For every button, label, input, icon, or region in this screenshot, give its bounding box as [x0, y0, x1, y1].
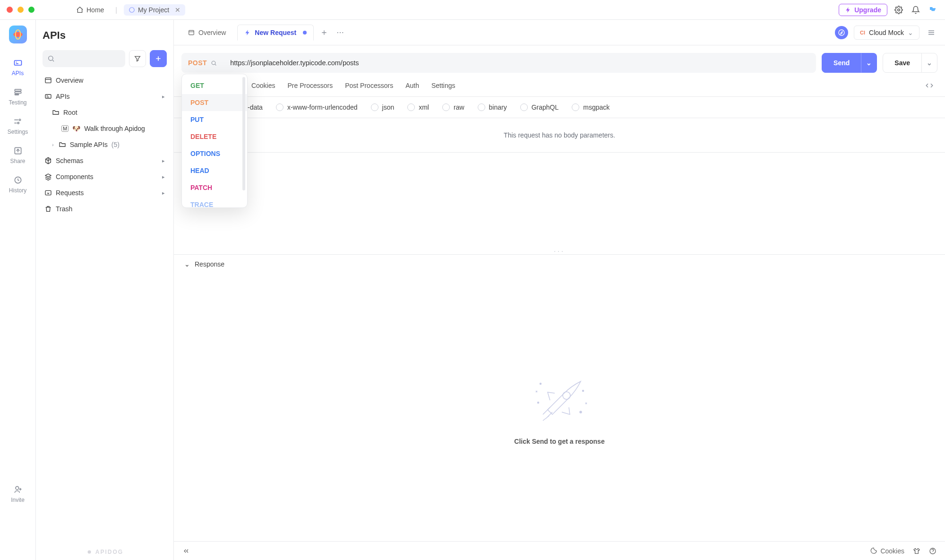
send-button[interactable]: Send	[822, 53, 861, 73]
help-button[interactable]	[929, 547, 936, 555]
method-option-post[interactable]: POST	[182, 94, 247, 111]
filter-button[interactable]	[129, 50, 146, 67]
rail-item-settings[interactable]: Settings	[8, 116, 28, 135]
svg-point-2	[13, 32, 23, 37]
upgrade-button[interactable]: Upgrade	[839, 4, 887, 16]
svg-rect-15	[45, 95, 51, 98]
tab-auth[interactable]: Auth	[405, 82, 419, 96]
overview-icon	[44, 77, 52, 84]
svg-rect-7	[15, 94, 18, 95]
cookies-label: Cookies	[880, 547, 904, 555]
method-select[interactable]: POST	[181, 53, 223, 73]
body-type-binary[interactable]: binary	[478, 103, 507, 111]
rail-item-testing[interactable]: Testing	[9, 87, 26, 106]
method-option-head[interactable]: HEAD	[182, 162, 247, 179]
view-options-button[interactable]	[925, 26, 937, 39]
svg-point-28	[538, 402, 539, 404]
send-label: Send	[833, 59, 850, 67]
shirt-button[interactable]	[913, 547, 920, 555]
tab-new-request[interactable]: New Request	[237, 25, 314, 41]
environment-select[interactable]: Cl Cloud Mock ⌄	[854, 26, 919, 40]
bookmark-icon	[928, 6, 937, 14]
rail-label: Invite	[11, 497, 25, 503]
tree-emoji: 🐶	[72, 125, 80, 132]
minimize-window-button[interactable]	[17, 7, 24, 13]
tree-requests[interactable]: Requests ▸	[43, 186, 167, 199]
tab-post-processors[interactable]: Post Processors	[345, 82, 393, 96]
tab-overview[interactable]: Overview	[181, 25, 232, 40]
tree-schemas[interactable]: Schemas ▸	[43, 154, 167, 167]
close-project-button[interactable]: ✕	[175, 6, 180, 14]
tree-components[interactable]: Components ▸	[43, 170, 167, 183]
rail-label: Share	[10, 158, 25, 164]
rail-label: Testing	[9, 99, 26, 106]
svg-point-12	[16, 486, 19, 490]
tree-label: APIs	[56, 93, 70, 100]
body-type-json[interactable]: json	[371, 103, 395, 111]
rail-item-history[interactable]: History	[9, 175, 26, 194]
add-button[interactable]	[150, 50, 167, 67]
body-type-raw[interactable]: raw	[442, 103, 464, 111]
rail-item-apis[interactable]: APIs	[12, 58, 24, 77]
rail-item-share[interactable]: Share	[10, 146, 25, 164]
method-option-delete[interactable]: DELETE	[182, 128, 247, 145]
sidebar-search[interactable]	[43, 50, 125, 67]
body-type-graphql[interactable]: GraphQL	[520, 103, 559, 111]
folder-icon	[52, 109, 60, 116]
dropdown-scrollbar[interactable]	[242, 77, 245, 190]
bookmark-button[interactable]	[927, 4, 938, 16]
tree-overview[interactable]: Overview	[43, 74, 167, 87]
tree-root[interactable]: Root	[43, 106, 167, 119]
rail-item-invite[interactable]: Invite	[11, 484, 25, 503]
notifications-button[interactable]	[910, 4, 921, 16]
unsaved-indicator	[303, 31, 307, 34]
method-option-options[interactable]: OPTIONS	[182, 145, 247, 162]
tree-walk[interactable]: M 🐶 Walk through Apidog	[43, 122, 167, 135]
layers-icon	[44, 173, 52, 181]
send-options-button[interactable]: ⌄	[861, 53, 877, 73]
tree-label: Overview	[56, 77, 83, 84]
tree-apis[interactable]: APIs ▸	[43, 90, 167, 103]
settings-gear-button[interactable]	[893, 4, 904, 16]
body-type-msgpack[interactable]: msgpack	[572, 103, 610, 111]
project-chip[interactable]: My Project ✕	[124, 4, 185, 16]
window-controls	[7, 7, 34, 13]
save-options-button[interactable]: ⌄	[921, 53, 937, 73]
close-window-button[interactable]	[7, 7, 13, 13]
cookies-button[interactable]: Cookies	[870, 547, 904, 555]
home-label: Home	[86, 6, 104, 14]
new-tab-button[interactable]	[318, 27, 330, 38]
tab-pre-processors[interactable]: Pre Processors	[288, 82, 333, 96]
code-view-button[interactable]	[925, 81, 934, 96]
quick-run-button[interactable]	[835, 26, 848, 39]
body-type-xform[interactable]: x-www-form-urlencoded	[276, 103, 358, 111]
response-header[interactable]: ⌄ Response	[174, 255, 945, 274]
tree-sample[interactable]: › Sample APIs (5)	[43, 138, 167, 151]
url-input[interactable]	[223, 53, 816, 73]
method-option-patch[interactable]: PATCH	[182, 179, 247, 196]
tab-label: New Request	[255, 29, 296, 36]
tab-settings[interactable]: Settings	[431, 82, 455, 96]
tab-cookies[interactable]: Cookies	[251, 82, 275, 96]
caret-icon: ▸	[162, 94, 165, 100]
request-tabs: Body Headers Cookies Pre Processors Post…	[174, 73, 945, 97]
app-logo[interactable]	[9, 26, 27, 43]
tree-trash[interactable]: Trash	[43, 202, 167, 215]
save-button[interactable]: Save	[883, 53, 922, 73]
caret-icon: ▸	[162, 158, 165, 164]
env-tag: Cl	[860, 30, 865, 35]
pane-divider[interactable]: ···	[174, 247, 945, 255]
body-type-xml[interactable]: xml	[407, 103, 429, 111]
home-button[interactable]: Home	[71, 4, 109, 16]
more-tabs-button[interactable]	[335, 27, 346, 38]
titlebar: Home | My Project ✕ Upgrade	[0, 0, 945, 20]
cube-icon	[44, 157, 52, 164]
request-bar: POST GET POST PUT DELETE OPTIONS HEAD PA…	[174, 45, 945, 73]
collapse-button[interactable]	[182, 547, 190, 555]
maximize-window-button[interactable]	[28, 7, 34, 13]
svg-point-19	[337, 32, 338, 33]
method-option-trace[interactable]: TRACE	[182, 196, 247, 208]
method-option-put[interactable]: PUT	[182, 111, 247, 128]
method-option-get[interactable]: GET	[182, 77, 247, 94]
invite-icon	[13, 484, 23, 495]
